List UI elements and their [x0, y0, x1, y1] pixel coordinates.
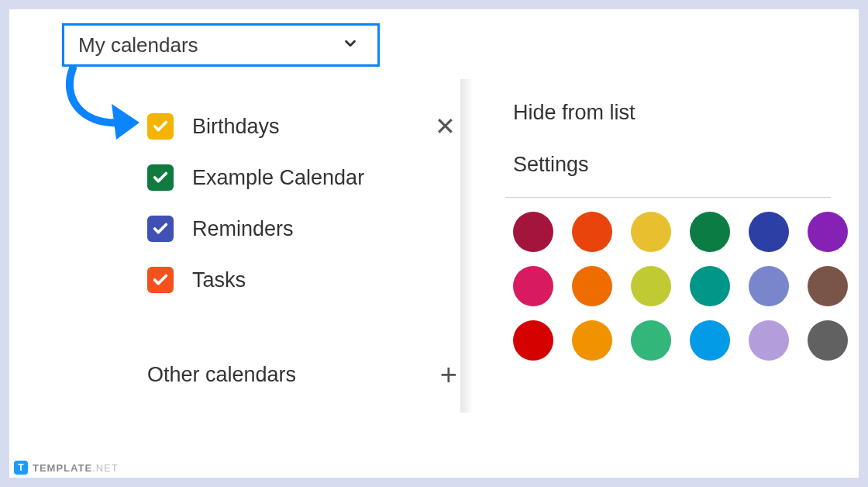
- color-swatch[interactable]: [690, 320, 730, 361]
- my-calendars-title: My calendars: [78, 33, 198, 57]
- color-swatch[interactable]: [808, 266, 848, 306]
- color-swatch[interactable]: [808, 320, 848, 361]
- annotation-arrow-icon: [56, 65, 149, 150]
- plus-icon[interactable]: +: [440, 358, 457, 392]
- other-calendars-header[interactable]: Other calendars +: [147, 358, 463, 392]
- close-icon[interactable]: ✕: [435, 114, 456, 139]
- color-swatch[interactable]: [631, 320, 671, 361]
- calendar-label: Tasks: [192, 268, 463, 292]
- calendar-label: Birthdays: [192, 115, 435, 139]
- checkbox-icon[interactable]: [147, 113, 174, 140]
- color-swatch[interactable]: [572, 212, 612, 252]
- color-swatch[interactable]: [690, 266, 730, 306]
- my-calendars-header[interactable]: My calendars: [62, 23, 380, 67]
- calendar-label: Reminders: [192, 217, 463, 241]
- calendar-options-popup: Hide from list Settings: [490, 87, 846, 361]
- color-swatch-grid: [490, 212, 846, 361]
- calendar-item-example[interactable]: Example Calendar: [147, 152, 463, 203]
- calendar-item-reminders[interactable]: Reminders: [147, 203, 463, 254]
- color-swatch[interactable]: [749, 212, 789, 252]
- color-swatch[interactable]: [631, 212, 671, 252]
- hide-from-list-item[interactable]: Hide from list: [490, 87, 846, 139]
- calendar-item-tasks[interactable]: Tasks: [147, 254, 463, 306]
- color-swatch[interactable]: [631, 266, 671, 306]
- color-swatch[interactable]: [749, 320, 789, 361]
- calendar-label: Example Calendar: [192, 166, 463, 190]
- chevron-down-icon: [342, 35, 359, 55]
- checkbox-icon[interactable]: [147, 267, 174, 293]
- settings-item[interactable]: Settings: [490, 139, 846, 191]
- checkbox-icon[interactable]: [147, 216, 174, 242]
- color-swatch[interactable]: [513, 212, 553, 252]
- color-swatch[interactable]: [513, 320, 553, 361]
- watermark-logo-icon: T: [14, 461, 28, 475]
- checkbox-icon[interactable]: [147, 164, 174, 191]
- color-swatch[interactable]: [513, 266, 553, 306]
- color-swatch[interactable]: [808, 212, 848, 252]
- watermark-brand: TEMPLATE: [33, 462, 92, 474]
- color-swatch[interactable]: [749, 266, 789, 306]
- calendar-item-birthdays[interactable]: Birthdays ✕: [147, 101, 463, 152]
- color-swatch[interactable]: [690, 212, 730, 252]
- color-swatch[interactable]: [572, 266, 612, 306]
- color-swatch[interactable]: [572, 320, 612, 361]
- watermark-text: TEMPLATE.NET: [33, 462, 119, 474]
- watermark-tld: .NET: [92, 462, 119, 474]
- watermark: T TEMPLATE.NET: [14, 461, 119, 475]
- divider: [505, 197, 831, 198]
- other-calendars-label: Other calendars: [147, 363, 440, 387]
- calendar-list: Birthdays ✕ Example Calendar Reminders T…: [147, 101, 463, 306]
- panel-divider-shadow: [460, 79, 473, 413]
